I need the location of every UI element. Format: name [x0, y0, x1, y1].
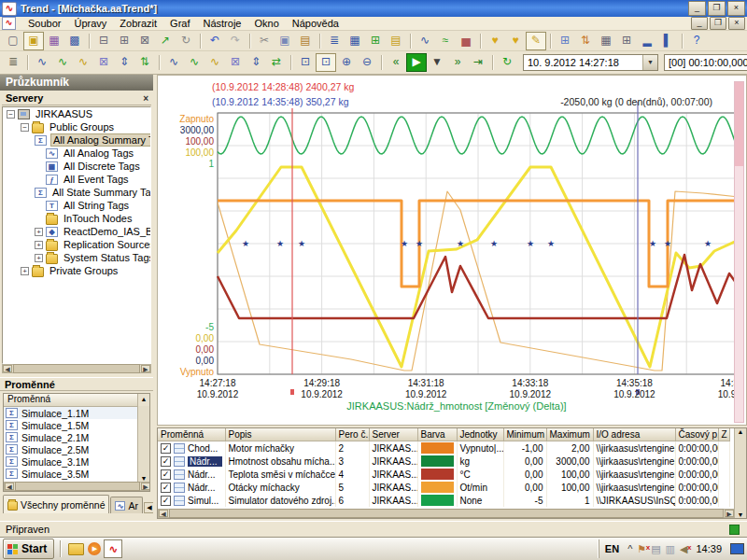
collapse-chevron-icon[interactable]: ^ — [627, 540, 632, 557]
tag-grid-button[interactable]: ▦ — [345, 32, 365, 50]
table-row[interactable]: ✓Nádr...Otácky míchacky5JIRKAAS...Ot/min… — [158, 481, 729, 494]
close-button[interactable]: × — [728, 17, 745, 30]
scroll-right-icon[interactable]: ▶ — [725, 510, 734, 517]
scroll-left-icon[interactable]: ◀ — [159, 510, 168, 517]
play-button[interactable]: ▶ — [406, 53, 427, 72]
bar-left-button[interactable]: ▌ — [657, 32, 678, 50]
tree-item-intouch-nodes[interactable]: InTouch Nodes — [3, 212, 150, 225]
variables-horizontal-scrollbar[interactable]: ◀ ▶ — [4, 482, 150, 491]
volume-muted-icon[interactable]: ◀x — [680, 540, 687, 557]
column-header[interactable]: Minimum — [503, 428, 546, 441]
zoom-in-button[interactable]: ⊕ — [336, 53, 357, 72]
tree-horizontal-scrollbar[interactable]: ◀ ▶ — [2, 364, 151, 373]
scroll-left-icon[interactable]: ◀ — [5, 483, 14, 490]
new-button[interactable]: ▢ — [3, 32, 23, 50]
variable-item[interactable]: ΣSimulace_3.5M — [4, 468, 149, 480]
variable-item[interactable]: ΣSimulace_1.5M — [4, 419, 149, 431]
menu-nastroje[interactable]: Nástroje — [196, 17, 247, 31]
variable-item[interactable]: ΣSimulace_2.5M — [4, 443, 149, 455]
highlight-pen-button[interactable]: ✎ — [526, 32, 546, 50]
minimize-button[interactable]: _ — [691, 17, 708, 30]
table-row[interactable]: ✓Nádr...Hmotnost obsahu mícha...3JIRKAAS… — [158, 455, 729, 468]
favorite-add-button[interactable]: ♥ — [485, 32, 505, 50]
pen-color-cell[interactable] — [417, 455, 457, 468]
grid-table-button[interactable]: ⊞ — [616, 32, 637, 50]
pen-color-cell[interactable] — [417, 468, 457, 481]
chart-vertical-scrollbar[interactable] — [734, 81, 744, 423]
collapse-icon[interactable]: − — [7, 110, 15, 119]
menu-upravy[interactable]: Úpravy — [67, 17, 113, 31]
restore-button[interactable]: ❐ — [708, 1, 726, 16]
column-header[interactable]: Server — [369, 428, 417, 441]
table-row[interactable]: ✓Nádr...Teplota směsi v míchačce4JIRKAAS… — [158, 468, 729, 481]
skip-end-button[interactable]: ⇥ — [468, 53, 488, 72]
chevron-down-icon[interactable]: ▼ — [642, 55, 657, 70]
pen-checkbox[interactable]: ✓ — [161, 483, 171, 493]
zoom-x-box-button[interactable]: ⊠ — [225, 53, 246, 72]
export-image-button[interactable]: ▦ — [44, 32, 64, 50]
media-player-shortcut[interactable]: ▶ — [85, 539, 104, 558]
expand-icon[interactable]: + — [35, 241, 43, 249]
close-button[interactable]: × — [727, 1, 745, 16]
alert-flag-icon[interactable]: ⚑x — [637, 540, 646, 557]
tree-item-all-string-tags[interactable]: TAll String Tags — [3, 199, 150, 212]
zoom-normal-button[interactable]: ⊡ — [316, 53, 336, 72]
collapse-icon[interactable]: − — [21, 123, 29, 132]
pens-horizontal-scrollbar[interactable]: ◀ ▶ — [158, 509, 735, 518]
favorite-go-button[interactable]: ♥ — [505, 32, 526, 50]
column-header[interactable]: Maximum — [546, 428, 593, 441]
scroll-right-icon[interactable]: ▶ — [141, 483, 150, 490]
column-header[interactable]: Popis — [225, 428, 335, 441]
step-back-button[interactable]: « — [386, 53, 406, 72]
start-time-combo[interactable]: 10. 9.2012 14:27:18 ▼ — [523, 54, 658, 71]
tree-item-all-discrete-tags[interactable]: ▦All Discrete Tags — [3, 160, 150, 173]
help-button[interactable]: ? — [686, 32, 707, 50]
expand-icon[interactable]: + — [35, 228, 43, 236]
cut-button[interactable]: ✂ — [254, 32, 275, 50]
zoom-x-fit-button[interactable]: ⇄ — [266, 53, 287, 72]
scrollbar-thumb[interactable] — [169, 509, 724, 518]
column-header[interactable]: Proměnná — [158, 428, 225, 441]
scale-stack-button[interactable]: ⊞ — [555, 32, 575, 50]
chart-canvas[interactable]: ★★★★★★★★★★★★Zapnuto3000,00100,00100,001-… — [158, 76, 739, 427]
pen-checkbox[interactable]: ✓ — [161, 469, 171, 480]
minimize-button[interactable]: _ — [688, 1, 706, 16]
tree-item-all-state-summary-tags[interactable]: ΣAll State Summary Tags — [3, 186, 150, 199]
zoom-y-center-button[interactable]: ⇕ — [114, 53, 134, 72]
tag-list-button[interactable]: ≣ — [324, 32, 345, 50]
start-button[interactable]: Start — [3, 539, 54, 559]
menu-graf[interactable]: Graf — [163, 17, 196, 31]
tree-item-private-groups[interactable]: +Private Groups — [3, 264, 150, 277]
zoom-y-band-button[interactable]: ∿ — [73, 53, 93, 72]
pen-color-cell[interactable] — [417, 441, 457, 455]
print-button[interactable]: ⊟ — [93, 32, 114, 50]
scrollbar-thumb[interactable] — [15, 482, 140, 491]
tab-ar[interactable]: ∿Ar — [110, 497, 143, 513]
pen-color-cell[interactable] — [417, 481, 457, 494]
zoom-out-button[interactable]: ⊖ — [357, 53, 377, 72]
pen-name-cell[interactable]: ✓Chod... — [158, 441, 225, 455]
scroll-down-icon[interactable]: ▼ — [738, 511, 744, 518]
zoom-x-band-button[interactable]: ∿ — [204, 53, 225, 72]
copy-button[interactable]: ▣ — [275, 32, 295, 50]
network-icon[interactable]: ▥ — [666, 540, 675, 557]
zoom-region-button[interactable]: ⊡ — [295, 53, 316, 72]
menu-zobrazit[interactable]: Zobrazit — [113, 17, 163, 31]
variables-vertical-scrollbar[interactable]: ▼ — [137, 406, 149, 482]
zoom-y-box-button[interactable]: ⊠ — [93, 53, 114, 72]
restore-button[interactable]: ❐ — [710, 17, 726, 30]
xy-scatter-button[interactable]: ∿ — [415, 32, 435, 50]
area-bottom-button[interactable]: ▂ — [637, 32, 657, 50]
zoom-x-center-button[interactable]: ⇕ — [246, 53, 266, 72]
pen-tree-toggle-button[interactable]: ≣ — [3, 53, 23, 72]
clipboard-icon[interactable]: ▤ — [651, 540, 660, 557]
tab-all-variables[interactable]: Všechny proměnné — [3, 495, 109, 513]
tree-item-replication-sources[interactable]: +Replication Sources — [3, 238, 150, 251]
undo-button[interactable]: ↶ — [204, 32, 225, 50]
pen-name-cell[interactable]: ✓Simul... — [158, 494, 225, 507]
zoom-y-out-button[interactable]: ∿ — [52, 53, 73, 72]
language-indicator[interactable]: EN — [605, 543, 619, 554]
variable-item[interactable]: ΣSimulace_2.1M — [4, 431, 149, 443]
trend-chart-button[interactable]: ≈ — [435, 32, 456, 50]
tree-item-system-status-tags[interactable]: +System Status Tags — [3, 251, 150, 264]
